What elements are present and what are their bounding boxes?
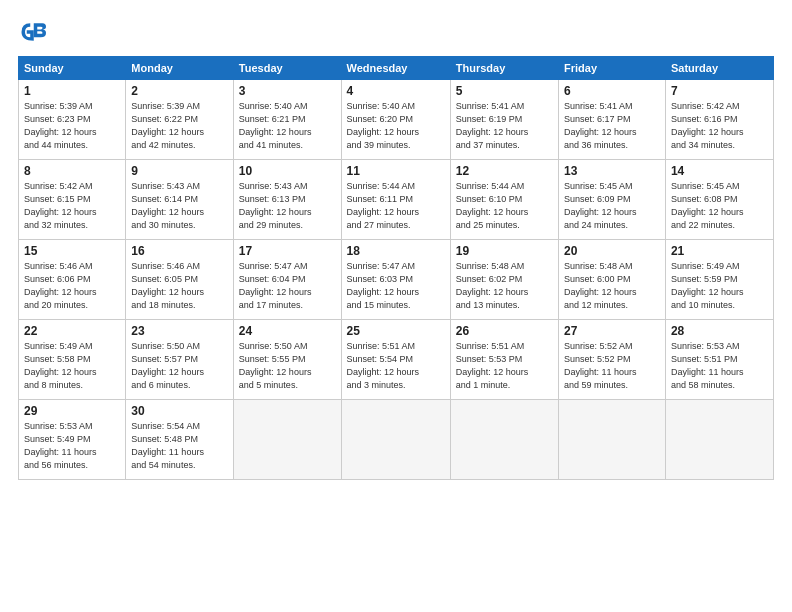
- day-number: 12: [456, 164, 553, 178]
- day-info: Sunrise: 5:41 AM Sunset: 6:19 PM Dayligh…: [456, 100, 553, 152]
- day-info: Sunrise: 5:46 AM Sunset: 6:05 PM Dayligh…: [131, 260, 228, 312]
- day-number: 3: [239, 84, 336, 98]
- day-number: 13: [564, 164, 660, 178]
- day-cell: 1Sunrise: 5:39 AM Sunset: 6:23 PM Daylig…: [19, 80, 126, 160]
- day-cell: [450, 400, 558, 480]
- week-row-2: 8Sunrise: 5:42 AM Sunset: 6:15 PM Daylig…: [19, 160, 774, 240]
- weekday-header-monday: Monday: [126, 57, 234, 80]
- day-info: Sunrise: 5:47 AM Sunset: 6:04 PM Dayligh…: [239, 260, 336, 312]
- week-row-4: 22Sunrise: 5:49 AM Sunset: 5:58 PM Dayli…: [19, 320, 774, 400]
- day-info: Sunrise: 5:54 AM Sunset: 5:48 PM Dayligh…: [131, 420, 228, 472]
- day-cell: 3Sunrise: 5:40 AM Sunset: 6:21 PM Daylig…: [233, 80, 341, 160]
- day-cell: 6Sunrise: 5:41 AM Sunset: 6:17 PM Daylig…: [559, 80, 666, 160]
- weekday-header-sunday: Sunday: [19, 57, 126, 80]
- day-info: Sunrise: 5:41 AM Sunset: 6:17 PM Dayligh…: [564, 100, 660, 152]
- day-cell: 9Sunrise: 5:43 AM Sunset: 6:14 PM Daylig…: [126, 160, 234, 240]
- day-number: 11: [347, 164, 445, 178]
- day-cell: 5Sunrise: 5:41 AM Sunset: 6:19 PM Daylig…: [450, 80, 558, 160]
- day-number: 25: [347, 324, 445, 338]
- weekday-header-wednesday: Wednesday: [341, 57, 450, 80]
- calendar-table: SundayMondayTuesdayWednesdayThursdayFrid…: [18, 56, 774, 480]
- day-cell: 19Sunrise: 5:48 AM Sunset: 6:02 PM Dayli…: [450, 240, 558, 320]
- day-number: 22: [24, 324, 120, 338]
- day-cell: [233, 400, 341, 480]
- day-number: 24: [239, 324, 336, 338]
- day-cell: 24Sunrise: 5:50 AM Sunset: 5:55 PM Dayli…: [233, 320, 341, 400]
- day-number: 1: [24, 84, 120, 98]
- day-number: 26: [456, 324, 553, 338]
- week-row-1: 1Sunrise: 5:39 AM Sunset: 6:23 PM Daylig…: [19, 80, 774, 160]
- day-cell: 29Sunrise: 5:53 AM Sunset: 5:49 PM Dayli…: [19, 400, 126, 480]
- day-number: 21: [671, 244, 768, 258]
- week-row-3: 15Sunrise: 5:46 AM Sunset: 6:06 PM Dayli…: [19, 240, 774, 320]
- week-row-5: 29Sunrise: 5:53 AM Sunset: 5:49 PM Dayli…: [19, 400, 774, 480]
- day-info: Sunrise: 5:40 AM Sunset: 6:20 PM Dayligh…: [347, 100, 445, 152]
- day-info: Sunrise: 5:48 AM Sunset: 6:02 PM Dayligh…: [456, 260, 553, 312]
- day-number: 18: [347, 244, 445, 258]
- day-info: Sunrise: 5:39 AM Sunset: 6:23 PM Dayligh…: [24, 100, 120, 152]
- day-cell: 12Sunrise: 5:44 AM Sunset: 6:10 PM Dayli…: [450, 160, 558, 240]
- day-cell: 22Sunrise: 5:49 AM Sunset: 5:58 PM Dayli…: [19, 320, 126, 400]
- day-cell: 20Sunrise: 5:48 AM Sunset: 6:00 PM Dayli…: [559, 240, 666, 320]
- day-cell: 15Sunrise: 5:46 AM Sunset: 6:06 PM Dayli…: [19, 240, 126, 320]
- day-number: 7: [671, 84, 768, 98]
- day-info: Sunrise: 5:43 AM Sunset: 6:13 PM Dayligh…: [239, 180, 336, 232]
- day-cell: 30Sunrise: 5:54 AM Sunset: 5:48 PM Dayli…: [126, 400, 234, 480]
- weekday-header-tuesday: Tuesday: [233, 57, 341, 80]
- day-info: Sunrise: 5:45 AM Sunset: 6:08 PM Dayligh…: [671, 180, 768, 232]
- day-number: 23: [131, 324, 228, 338]
- day-number: 30: [131, 404, 228, 418]
- day-cell: [665, 400, 773, 480]
- day-cell: 2Sunrise: 5:39 AM Sunset: 6:22 PM Daylig…: [126, 80, 234, 160]
- day-number: 27: [564, 324, 660, 338]
- day-number: 10: [239, 164, 336, 178]
- day-info: Sunrise: 5:49 AM Sunset: 5:58 PM Dayligh…: [24, 340, 120, 392]
- day-number: 15: [24, 244, 120, 258]
- day-cell: 7Sunrise: 5:42 AM Sunset: 6:16 PM Daylig…: [665, 80, 773, 160]
- day-info: Sunrise: 5:50 AM Sunset: 5:55 PM Dayligh…: [239, 340, 336, 392]
- day-cell: 16Sunrise: 5:46 AM Sunset: 6:05 PM Dayli…: [126, 240, 234, 320]
- day-info: Sunrise: 5:46 AM Sunset: 6:06 PM Dayligh…: [24, 260, 120, 312]
- day-info: Sunrise: 5:53 AM Sunset: 5:51 PM Dayligh…: [671, 340, 768, 392]
- day-number: 14: [671, 164, 768, 178]
- weekday-header-row: SundayMondayTuesdayWednesdayThursdayFrid…: [19, 57, 774, 80]
- weekday-header-saturday: Saturday: [665, 57, 773, 80]
- day-info: Sunrise: 5:40 AM Sunset: 6:21 PM Dayligh…: [239, 100, 336, 152]
- day-number: 28: [671, 324, 768, 338]
- day-cell: 4Sunrise: 5:40 AM Sunset: 6:20 PM Daylig…: [341, 80, 450, 160]
- day-info: Sunrise: 5:53 AM Sunset: 5:49 PM Dayligh…: [24, 420, 120, 472]
- header: [18, 18, 774, 46]
- day-info: Sunrise: 5:43 AM Sunset: 6:14 PM Dayligh…: [131, 180, 228, 232]
- day-info: Sunrise: 5:48 AM Sunset: 6:00 PM Dayligh…: [564, 260, 660, 312]
- day-info: Sunrise: 5:45 AM Sunset: 6:09 PM Dayligh…: [564, 180, 660, 232]
- day-cell: 11Sunrise: 5:44 AM Sunset: 6:11 PM Dayli…: [341, 160, 450, 240]
- day-cell: 28Sunrise: 5:53 AM Sunset: 5:51 PM Dayli…: [665, 320, 773, 400]
- page: SundayMondayTuesdayWednesdayThursdayFrid…: [0, 0, 792, 612]
- day-info: Sunrise: 5:44 AM Sunset: 6:10 PM Dayligh…: [456, 180, 553, 232]
- day-cell: 18Sunrise: 5:47 AM Sunset: 6:03 PM Dayli…: [341, 240, 450, 320]
- day-cell: 10Sunrise: 5:43 AM Sunset: 6:13 PM Dayli…: [233, 160, 341, 240]
- day-info: Sunrise: 5:42 AM Sunset: 6:16 PM Dayligh…: [671, 100, 768, 152]
- day-number: 2: [131, 84, 228, 98]
- day-cell: 14Sunrise: 5:45 AM Sunset: 6:08 PM Dayli…: [665, 160, 773, 240]
- day-number: 16: [131, 244, 228, 258]
- day-number: 6: [564, 84, 660, 98]
- weekday-header-thursday: Thursday: [450, 57, 558, 80]
- day-number: 4: [347, 84, 445, 98]
- day-info: Sunrise: 5:50 AM Sunset: 5:57 PM Dayligh…: [131, 340, 228, 392]
- day-cell: 26Sunrise: 5:51 AM Sunset: 5:53 PM Dayli…: [450, 320, 558, 400]
- day-cell: 13Sunrise: 5:45 AM Sunset: 6:09 PM Dayli…: [559, 160, 666, 240]
- day-info: Sunrise: 5:47 AM Sunset: 6:03 PM Dayligh…: [347, 260, 445, 312]
- day-cell: 17Sunrise: 5:47 AM Sunset: 6:04 PM Dayli…: [233, 240, 341, 320]
- day-info: Sunrise: 5:39 AM Sunset: 6:22 PM Dayligh…: [131, 100, 228, 152]
- day-number: 19: [456, 244, 553, 258]
- day-info: Sunrise: 5:44 AM Sunset: 6:11 PM Dayligh…: [347, 180, 445, 232]
- day-info: Sunrise: 5:42 AM Sunset: 6:15 PM Dayligh…: [24, 180, 120, 232]
- day-info: Sunrise: 5:49 AM Sunset: 5:59 PM Dayligh…: [671, 260, 768, 312]
- day-info: Sunrise: 5:52 AM Sunset: 5:52 PM Dayligh…: [564, 340, 660, 392]
- day-cell: 8Sunrise: 5:42 AM Sunset: 6:15 PM Daylig…: [19, 160, 126, 240]
- logo-icon: [18, 18, 46, 46]
- day-cell: 21Sunrise: 5:49 AM Sunset: 5:59 PM Dayli…: [665, 240, 773, 320]
- day-cell: 25Sunrise: 5:51 AM Sunset: 5:54 PM Dayli…: [341, 320, 450, 400]
- day-info: Sunrise: 5:51 AM Sunset: 5:53 PM Dayligh…: [456, 340, 553, 392]
